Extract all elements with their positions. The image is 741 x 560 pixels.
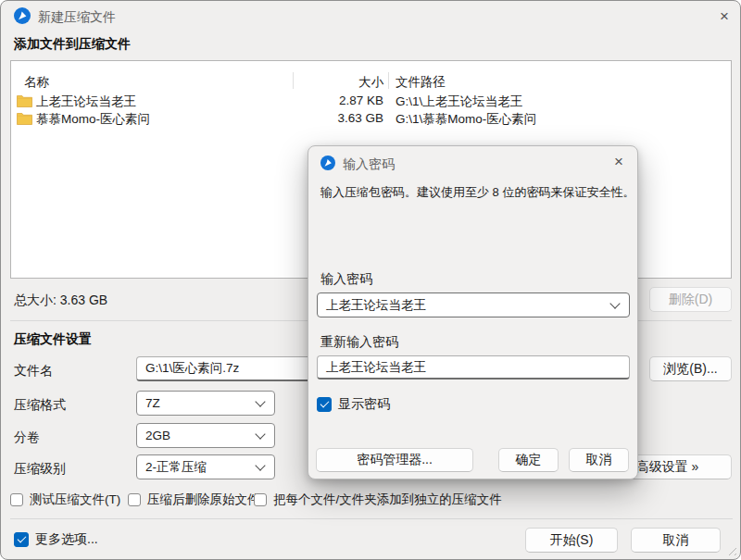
- browse-button[interactable]: 浏览(B)...: [649, 356, 732, 381]
- checkbox-test-archive[interactable]: 测试压缩文件(T): [10, 492, 120, 508]
- reenter-password-label: 重新输入密码: [320, 334, 398, 351]
- checkbox-checked-icon: [317, 397, 332, 412]
- password-hint-text: 输入压缩包密码。建议使用至少 8 位的密码来保证安全性。: [320, 184, 634, 201]
- chevron-down-icon: [255, 460, 265, 470]
- column-divider: [388, 72, 389, 89]
- checkbox-icon: [128, 493, 141, 506]
- file-size: 3.63 GB: [289, 111, 383, 125]
- total-size-text: 总大小: 3.63 GB: [14, 292, 107, 309]
- start-button[interactable]: 开始(S): [525, 528, 618, 553]
- chevron-down-icon: [609, 298, 620, 308]
- checkbox-icon: [254, 493, 267, 506]
- ok-button[interactable]: 确定: [498, 448, 559, 472]
- password-value: 上老王论坛当老王: [326, 297, 426, 314]
- folder-icon: [17, 112, 32, 125]
- file-path: G:\1\慕慕Momo-医心素问: [396, 111, 536, 128]
- dialog-cancel-button[interactable]: 取消: [569, 448, 629, 472]
- level-value: 2-正常压缩: [145, 459, 207, 476]
- chevron-down-icon: [255, 429, 265, 439]
- volume-label: 分卷: [14, 429, 40, 446]
- format-value: 7Z: [145, 396, 160, 410]
- close-icon[interactable]: ×: [710, 5, 738, 29]
- level-label: 压缩级别: [14, 461, 66, 478]
- close-icon[interactable]: ×: [606, 151, 632, 173]
- password-input[interactable]: 上老王论坛当老王: [317, 292, 630, 317]
- section-archive-settings-heading: 压缩文件设置: [14, 331, 92, 348]
- dialog-title: 输入密码: [343, 156, 395, 173]
- filename-label: 文件名: [14, 363, 53, 380]
- enter-password-label: 输入密码: [320, 271, 372, 288]
- checkbox-icon: [10, 493, 23, 506]
- chevron-down-icon: [255, 396, 265, 406]
- column-header-name[interactable]: 名称: [24, 74, 49, 91]
- volume-value: 2GB: [145, 429, 170, 442]
- column-header-size[interactable]: 大小: [289, 74, 383, 91]
- folder-icon: [17, 94, 32, 107]
- section-add-files-heading: 添加文件到压缩文件: [14, 36, 131, 53]
- resize-grip[interactable]: [725, 544, 736, 555]
- volume-select[interactable]: 2GB: [136, 423, 275, 448]
- app-logo-icon: [320, 156, 335, 170]
- file-size: 2.87 KB: [289, 93, 383, 107]
- checkbox-more-options[interactable]: 更多选项...: [14, 531, 98, 548]
- checkbox-delete-after[interactable]: 压缩后删除原始文件: [128, 492, 260, 508]
- checkbox-separate-archives[interactable]: 把每个文件/文件夹添加到独立的压缩文件: [254, 492, 502, 508]
- file-name: 上老王论坛当老王: [36, 93, 136, 110]
- format-label: 压缩格式: [14, 397, 66, 414]
- reenter-password-input[interactable]: 上老王论坛当老王: [317, 355, 630, 380]
- delete-button[interactable]: 删除(D): [649, 287, 732, 312]
- column-header-path[interactable]: 文件路径: [396, 74, 446, 91]
- table-row[interactable]: 慕慕Momo-医心素问 3.63 GB G:\1\慕慕Momo-医心素问: [11, 110, 731, 128]
- column-divider: [293, 72, 294, 89]
- file-name: 慕慕Momo-医心素问: [36, 111, 150, 128]
- password-dialog: 输入密码 × 输入压缩包密码。建议使用至少 8 位的密码来保证安全性。 输入密码…: [308, 145, 638, 479]
- table-row[interactable]: 上老王论坛当老王 2.87 KB G:\1\上老王论坛当老王: [11, 93, 731, 110]
- format-select[interactable]: 7Z: [136, 391, 275, 416]
- divider: [10, 518, 733, 519]
- level-select[interactable]: 2-正常压缩: [136, 454, 275, 479]
- password-manager-button[interactable]: 密码管理器...: [316, 448, 473, 472]
- app-logo-icon: [14, 7, 31, 24]
- checkbox-show-password[interactable]: 显示密码: [317, 396, 390, 413]
- window-title: 新建压缩文件: [38, 9, 116, 26]
- cancel-button[interactable]: 取消: [631, 528, 721, 553]
- file-path: G:\1\上老王论坛当老王: [396, 93, 522, 110]
- checkbox-checked-icon: [14, 532, 29, 547]
